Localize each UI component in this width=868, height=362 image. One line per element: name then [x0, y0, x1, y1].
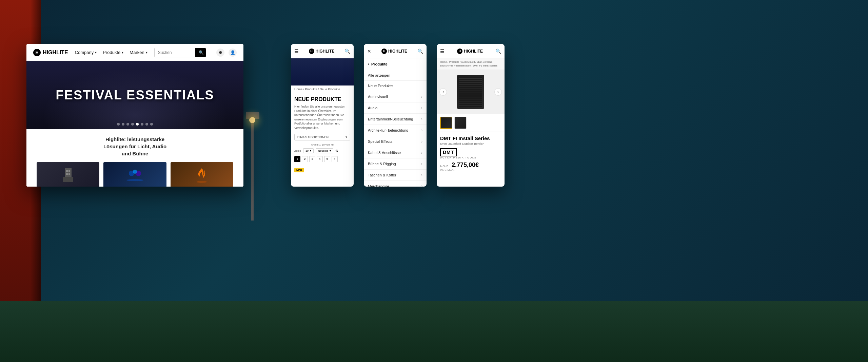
- menu-item-entertainment[interactable]: Entertainment-Beleuchtung ›: [364, 114, 427, 125]
- filter-arrow: ▾: [346, 135, 347, 139]
- mobile-1-title: NEUE PRODUKTE: [294, 96, 350, 102]
- nav-produkte[interactable]: Produkte: [103, 50, 123, 55]
- menu-arrow-kabel: ›: [421, 150, 422, 155]
- desktop-card-fire[interactable]: [171, 162, 233, 187]
- menu-item-audio[interactable]: Audio ›: [364, 102, 427, 114]
- svg-point-10: [197, 181, 207, 183]
- mobile-3-product-image: ‹ ›: [437, 70, 505, 114]
- search-button[interactable]: 🔍: [195, 48, 206, 57]
- hamburger-icon[interactable]: ☰: [294, 49, 299, 54]
- hero-dot-2[interactable]: [122, 123, 124, 126]
- product-nav-right[interactable]: ›: [494, 88, 502, 96]
- mobile-1-header: ☰ HIGHLITE 🔍: [291, 44, 354, 58]
- card-3-content: [171, 162, 233, 187]
- page-next[interactable]: ›: [332, 156, 338, 162]
- menu-item-kabel[interactable]: Kabel & Anschlüsse ›: [364, 147, 427, 158]
- hero-dots: [117, 123, 153, 126]
- product-thumb-2[interactable]: [454, 117, 467, 129]
- product-thumb-1[interactable]: [440, 117, 452, 129]
- back-arrow-icon: ‹: [368, 62, 369, 66]
- mobile-3-product-info: DMT FI Install Series 6mm Dauerhaft Outd…: [437, 132, 505, 175]
- hero-dot-3[interactable]: [126, 123, 129, 126]
- menu-item-architektur[interactable]: Architektur- beleuchtung ›: [364, 125, 427, 136]
- menu-back-button[interactable]: ‹ Produkte: [364, 58, 427, 70]
- card-2-content: [103, 162, 166, 187]
- mobile-1-content: NEUE PRODUKTE Hier finden Sie alle unser…: [291, 93, 354, 176]
- menu-arrow-special: ›: [421, 139, 422, 144]
- sort-arrow: ▾: [330, 149, 331, 152]
- desktop-card-building[interactable]: [37, 162, 99, 187]
- desktop-search[interactable]: 🔍: [154, 48, 206, 57]
- mobile-3-header: ☰ HIGHLITE 🔍: [437, 44, 505, 58]
- product-title: DMT FI Install Series: [440, 135, 501, 141]
- sort-icon[interactable]: ⇅: [335, 149, 338, 153]
- svg-point-9: [133, 170, 137, 174]
- menu-back-label: Produkte: [371, 62, 388, 66]
- hero-dot-1[interactable]: [117, 123, 120, 126]
- mobile-1-logo: HIGHLITE: [309, 49, 335, 54]
- mobile-1-pagination: 1 2 3 4 5 ›: [294, 156, 350, 162]
- hero-dot-7[interactable]: [145, 123, 148, 126]
- mobile-1-search-icon[interactable]: 🔍: [344, 49, 350, 54]
- hero-dot-8[interactable]: [150, 123, 153, 126]
- page-1[interactable]: 1: [294, 156, 300, 162]
- page-3[interactable]: 3: [309, 156, 315, 162]
- sort-select[interactable]: Neueste ▾: [316, 148, 333, 153]
- menu-arrow-audio: ›: [421, 106, 422, 110]
- menu-item-kabel-label: Kabel & Anschlüsse: [368, 151, 401, 155]
- mobile-screenshot-3: ☰ HIGHLITE 🔍 Home / Produkte / Audiovisu…: [437, 44, 505, 187]
- mobile-1-filter[interactable]: EINKAUFSOPTIONEN ▾: [294, 134, 350, 140]
- hero-dot-5[interactable]: [136, 123, 139, 126]
- page-5[interactable]: 5: [324, 156, 330, 162]
- page-2[interactable]: 2: [302, 156, 308, 162]
- menu-item-architektur-label: Architektur- beleuchtung: [368, 128, 408, 132]
- menu-item-audio-label: Audio: [368, 106, 377, 110]
- menu-item-neue[interactable]: Neue Produkte: [364, 81, 427, 91]
- nav-company[interactable]: Company: [75, 50, 97, 55]
- menu-item-taschen[interactable]: Taschen & Koffer ›: [364, 170, 427, 181]
- filter-label: EINKAUFSOPTIONEN: [297, 135, 329, 139]
- menu-item-alle[interactable]: Alle anzeigen: [364, 70, 427, 81]
- menu-item-special-effects[interactable]: Special Effects ›: [364, 136, 427, 147]
- mobile-3-search-icon[interactable]: 🔍: [495, 49, 501, 54]
- mobile-1-breadcrumb: Home / Produkte / Neue Produkte: [291, 85, 354, 93]
- menu-item-audiovisuell-label: Audiovisuell: [368, 95, 388, 99]
- mobile-2-search-icon[interactable]: 🔍: [417, 49, 423, 54]
- mobile-3-hamburger[interactable]: ☰: [440, 49, 445, 54]
- product-brand: DMT DUTCH MEDIA TOOLS: [440, 148, 501, 159]
- mobile-1-pagination-info: Artikel 1-10 von 78: [294, 143, 350, 146]
- menu-item-merchandise-label: Merchandise: [368, 184, 389, 187]
- product-nav-left[interactable]: ‹: [439, 88, 447, 96]
- mobile-2-logo-icon: [381, 49, 387, 54]
- hero-title: FESTIVAL ESSENTIALS: [56, 88, 214, 102]
- show-count-value: 10: [305, 149, 309, 152]
- page-4[interactable]: 4: [317, 156, 323, 162]
- menu-item-special-effects-label: Special Effects: [368, 139, 393, 144]
- menu-item-neue-label: Neue Produkte: [368, 84, 393, 88]
- menu-item-audiovisuell[interactable]: Audiovisuell ›: [364, 91, 427, 102]
- svg-rect-1: [63, 177, 73, 182]
- menu-item-alle-label: Alle anzeigen: [368, 73, 390, 77]
- show-count-select[interactable]: 10 ▾: [303, 148, 314, 153]
- nav-marken[interactable]: Marken: [130, 50, 147, 55]
- product-tax-note: Ohne MwSt.: [440, 169, 501, 172]
- mobile-3-logo-icon: [457, 49, 462, 54]
- user-icon[interactable]: 👤: [229, 49, 237, 57]
- desktop-icons: ⚙ 👤: [216, 49, 237, 57]
- desktop-logo: HIGHLITE: [33, 49, 68, 56]
- sort-value: Neueste: [318, 149, 328, 152]
- desktop-card-stage[interactable]: [103, 162, 166, 187]
- mobile-logo-text: HIGHLITE: [316, 49, 335, 54]
- mobile-3-logo: HIGHLITE: [457, 49, 483, 54]
- hero-dot-6[interactable]: [141, 123, 143, 126]
- svg-point-6: [126, 179, 143, 181]
- svg-rect-5: [68, 173, 70, 175]
- menu-item-merchandise[interactable]: Merchandise ›: [364, 181, 427, 187]
- hero-dot-4[interactable]: [131, 123, 134, 126]
- settings-icon[interactable]: ⚙: [216, 49, 224, 57]
- card-1-content: [37, 162, 99, 187]
- close-icon[interactable]: ✕: [367, 49, 371, 54]
- search-input[interactable]: [155, 49, 195, 57]
- menu-arrow-audiovisuell: ›: [421, 94, 422, 99]
- menu-item-buehne[interactable]: Bühne & Rigging ›: [364, 158, 427, 170]
